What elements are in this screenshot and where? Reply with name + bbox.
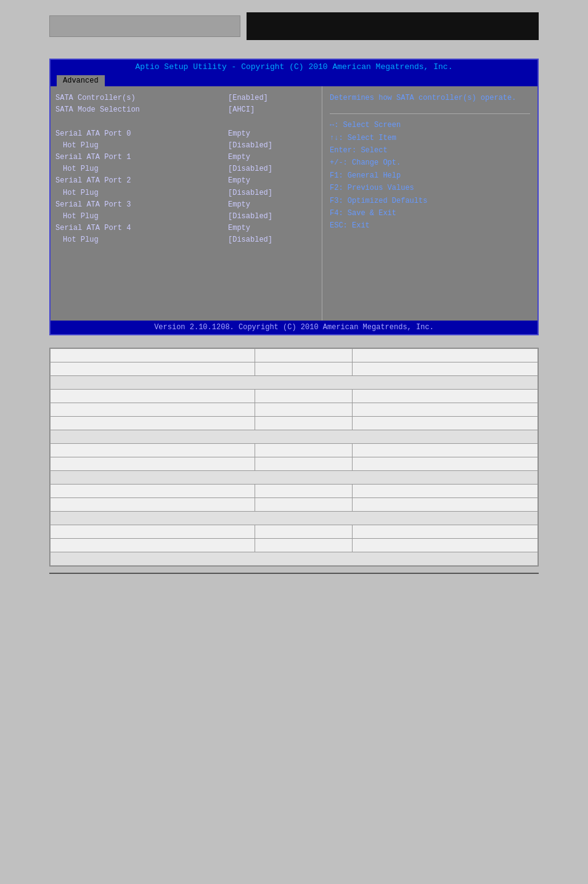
table-cell: [353, 403, 538, 417]
table-cell: [51, 403, 255, 417]
value-sata-mode[interactable]: [AHCI]: [228, 104, 317, 116]
table-cell: [255, 444, 353, 457]
top-header: [49, 12, 539, 40]
table-cell: [51, 485, 255, 498]
label-hotplug1[interactable]: Hot Plug: [55, 163, 218, 175]
table-cell: [51, 457, 255, 471]
table-cell: [255, 498, 353, 512]
shortcut-f4: F4: Save & Exit: [330, 207, 530, 219]
table-row: [51, 376, 538, 390]
label-hotplug2[interactable]: Hot Plug: [55, 187, 218, 199]
bios-description: Determines how SATA controller(s) operat…: [330, 92, 530, 104]
bios-setup-box: Aptio Setup Utility - Copyright (C) 2010…: [49, 59, 539, 335]
shortcuts-panel: ↔: Select Screen ↑↓: Select Item Enter: …: [330, 119, 530, 232]
table-cell-span: [51, 376, 538, 390]
table-row: [51, 552, 538, 566]
label-port0[interactable]: Serial ATA Port 0: [55, 128, 218, 140]
value-hotplug1[interactable]: [Disabled]: [228, 163, 317, 175]
description-text: Determines how SATA controller(s) operat…: [330, 94, 516, 102]
bios-settings-labels: SATA Controller(s) SATA Mode Selection S…: [51, 86, 223, 321]
table-cell: [255, 417, 353, 430]
label-sata-mode[interactable]: SATA Mode Selection: [55, 104, 218, 116]
bios-settings-values: [Enabled] [AHCI] Empty [Disabled] Empty …: [223, 86, 322, 321]
value-hotplug4[interactable]: [Disabled]: [228, 234, 317, 246]
table-row: [51, 362, 538, 376]
table-row: [51, 390, 538, 403]
table-row: [51, 457, 538, 471]
table-cell: [255, 349, 353, 362]
label-hotplug4[interactable]: Hot Plug: [55, 234, 218, 246]
table-cell: [255, 525, 353, 539]
tab-advanced[interactable]: Advanced: [57, 75, 105, 86]
table-cell-span: [51, 471, 538, 485]
top-header-right-bar: [247, 12, 539, 40]
table-row: [51, 430, 538, 444]
shortcut-f2: F2: Previous Values: [330, 182, 530, 194]
table-row: [51, 349, 538, 362]
bios-title-bar: Aptio Setup Utility - Copyright (C) 2010…: [51, 60, 537, 74]
settings-table: [50, 348, 538, 566]
table-row: [51, 444, 538, 457]
label-port2[interactable]: Serial ATA Port 2: [55, 175, 218, 187]
table-cell: [255, 362, 353, 376]
table-cell: [255, 457, 353, 471]
value-port4: Empty: [228, 223, 317, 234]
table-cell: [51, 444, 255, 457]
table-cell: [51, 349, 255, 362]
table-cell: [51, 362, 255, 376]
value-sata-controllers[interactable]: [Enabled]: [228, 92, 317, 104]
table-cell: [353, 417, 538, 430]
table-row: [51, 485, 538, 498]
bios-version: Version 2.10.1208. Copyright (C) 2010 Am…: [154, 323, 434, 332]
table-cell: [255, 390, 353, 403]
table-row: [51, 417, 538, 430]
table-cell-span: [51, 552, 538, 566]
shortcut-f3: F3: Optimized Defaults: [330, 195, 530, 207]
table-cell: [51, 525, 255, 539]
label-hotplug3[interactable]: Hot Plug: [55, 211, 218, 223]
label-sata-controllers[interactable]: SATA Controller(s): [55, 92, 218, 104]
table-cell: [353, 349, 538, 362]
table-cell: [255, 539, 353, 552]
table-cell: [255, 403, 353, 417]
table-cell: [353, 485, 538, 498]
value-hotplug3[interactable]: [Disabled]: [228, 211, 317, 223]
table-cell-span: [51, 512, 538, 525]
table-row: [51, 471, 538, 485]
label-port1[interactable]: Serial ATA Port 1: [55, 152, 218, 163]
table-cell: [353, 539, 538, 552]
bios-help-panel: Determines how SATA controller(s) operat…: [322, 86, 537, 321]
shortcut-esc: ESC: Exit: [330, 219, 530, 232]
bios-footer: Version 2.10.1208. Copyright (C) 2010 Am…: [51, 321, 537, 334]
shortcut-f1: F1: General Help: [330, 170, 530, 182]
label-hotplug0[interactable]: Hot Plug: [55, 140, 218, 152]
table-row: [51, 512, 538, 525]
bottom-divider: [49, 573, 539, 574]
table-cell-span: [51, 430, 538, 444]
table-cell: [353, 390, 538, 403]
top-header-left-bar: [49, 15, 240, 37]
value-hotplug2[interactable]: [Disabled]: [228, 187, 317, 199]
label-port4[interactable]: Serial ATA Port 4: [55, 223, 218, 234]
value-hotplug0[interactable]: [Disabled]: [228, 140, 317, 152]
value-port2: Empty: [228, 175, 317, 187]
table-cell: [353, 362, 538, 376]
help-divider: [330, 113, 530, 114]
table-cell: [255, 485, 353, 498]
bios-title: Aptio Setup Utility - Copyright (C) 2010…: [136, 62, 453, 72]
shortcut-select-item: ↑↓: Select Item: [330, 132, 530, 144]
shortcut-select-screen: ↔: Select Screen: [330, 119, 530, 131]
table-cell: [51, 539, 255, 552]
table-cell: [353, 498, 538, 512]
table-cell: [51, 498, 255, 512]
label-port3[interactable]: Serial ATA Port 3: [55, 199, 218, 211]
table-cell: [51, 390, 255, 403]
bios-content: SATA Controller(s) SATA Mode Selection S…: [51, 86, 537, 321]
table-row: [51, 525, 538, 539]
value-port1: Empty: [228, 152, 317, 163]
table-cell: [353, 444, 538, 457]
table-row: [51, 539, 538, 552]
bios-tab-bar: Advanced: [51, 74, 537, 86]
table-row: [51, 403, 538, 417]
shortcut-change-opt: +/-: Change Opt.: [330, 157, 530, 169]
